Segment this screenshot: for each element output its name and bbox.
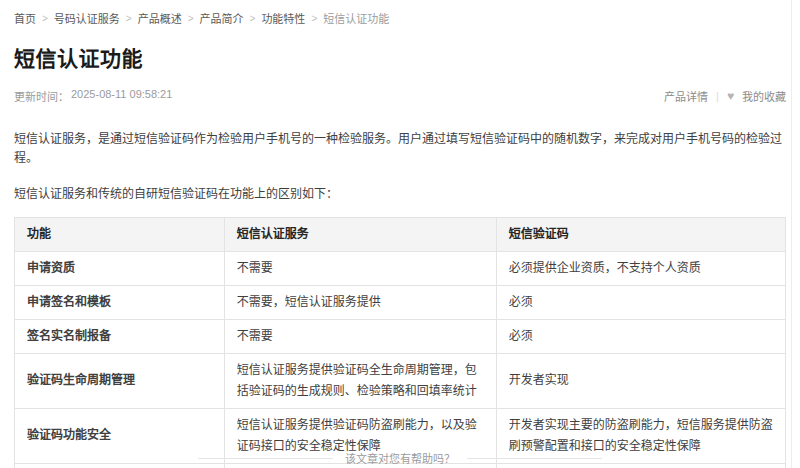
page-title: 短信认证功能: [14, 42, 786, 72]
table-cell: 不需要: [224, 251, 496, 285]
breadcrumb-item-current: 短信认证功能: [323, 10, 389, 26]
breadcrumb-separator: >: [188, 13, 194, 24]
breadcrumb-item-service[interactable]: 号码认证服务: [54, 10, 120, 26]
breadcrumb-item-features[interactable]: 功能特性: [261, 10, 305, 26]
table-row: 验证码生命周期管理 短信认证服务提供验证码全生命周期管理，包括验证码的生成规则、…: [15, 353, 786, 408]
table-cell: 开发者实现: [496, 353, 785, 408]
breadcrumb-separator: >: [42, 13, 48, 24]
table-cell: 必须: [496, 319, 785, 353]
table-cell: 短信认证服务提供验证码全生命周期管理，包括验证码的生成规则、检验策略和回填率统计: [224, 353, 496, 408]
table-cell: 必须提供企业资质，不支持个人资质: [496, 251, 785, 285]
breadcrumb-item-overview[interactable]: 产品概述: [138, 10, 182, 26]
table-cell: 签名实名制报备: [15, 319, 225, 353]
meta-actions-divider: |: [716, 90, 719, 102]
product-details-link[interactable]: 产品详情: [664, 88, 708, 104]
table-cell: 不需要: [224, 319, 496, 353]
comparison-table: 功能 短信认证服务 短信验证码 申请资质 不需要 必须提供企业资质，不支持个人资…: [14, 217, 786, 468]
table-header-row: 功能 短信认证服务 短信验证码: [15, 217, 786, 251]
breadcrumb-separator: >: [311, 13, 317, 24]
scrollbar-track[interactable]: [791, 0, 792, 468]
table-cell: 验证码生命周期管理: [15, 353, 225, 408]
table-row: 申请资质 不需要 必须提供企业资质，不支持个人资质: [15, 251, 786, 285]
table-header-sms-code: 短信验证码: [496, 217, 785, 251]
meta-row: 更新时间： 2025-08-11 09:58:21 产品详情 | ♥ 我的收藏: [14, 88, 786, 104]
table-cell: 申请资质: [15, 251, 225, 285]
breadcrumb-separator: >: [126, 13, 132, 24]
feedback-prompt: 该文章对您有帮助吗？: [0, 450, 800, 466]
doc-page: 首页 > 号码认证服务 > 产品概述 > 产品简介 > 功能特性 > 短信认证功…: [0, 0, 800, 468]
table-row: 签名实名制报备 不需要 必须: [15, 319, 786, 353]
breadcrumb-separator: >: [250, 13, 256, 24]
heart-icon[interactable]: ♥: [727, 90, 734, 102]
breadcrumb-item-home[interactable]: 首页: [14, 10, 36, 26]
table-header-feature: 功能: [15, 217, 225, 251]
table-header-sms-auth-service: 短信认证服务: [224, 217, 496, 251]
updated-time-label: 更新时间：: [14, 88, 69, 104]
feedback-question: 该文章对您有帮助吗？: [345, 450, 455, 466]
breadcrumb-item-intro[interactable]: 产品简介: [200, 10, 244, 26]
table-row: 申请签名和模板 不需要，短信认证服务提供 必须: [15, 285, 786, 319]
updated-time: 更新时间： 2025-08-11 09:58:21: [14, 88, 172, 104]
favorites-link[interactable]: 我的收藏: [742, 88, 786, 104]
meta-actions: 产品详情 | ♥ 我的收藏: [664, 88, 786, 104]
feedback-divider-left: [198, 458, 333, 459]
feedback-divider-right: [467, 458, 602, 459]
intro-paragraph-1: 短信认证服务，是通过短信验证码作为检验用户手机号的一种检验服务。用户通过填写短信…: [14, 130, 786, 168]
table-cell: 不需要，短信认证服务提供: [224, 285, 496, 319]
table-cell: 必须: [496, 285, 785, 319]
table-cell: 申请签名和模板: [15, 285, 225, 319]
intro-paragraph-2: 短信认证服务和传统的自研短信验证码在功能上的区别如下：: [14, 185, 786, 204]
updated-time-value: 2025-08-11 09:58:21: [71, 88, 172, 104]
breadcrumb: 首页 > 号码认证服务 > 产品概述 > 产品简介 > 功能特性 > 短信认证功…: [14, 10, 786, 26]
